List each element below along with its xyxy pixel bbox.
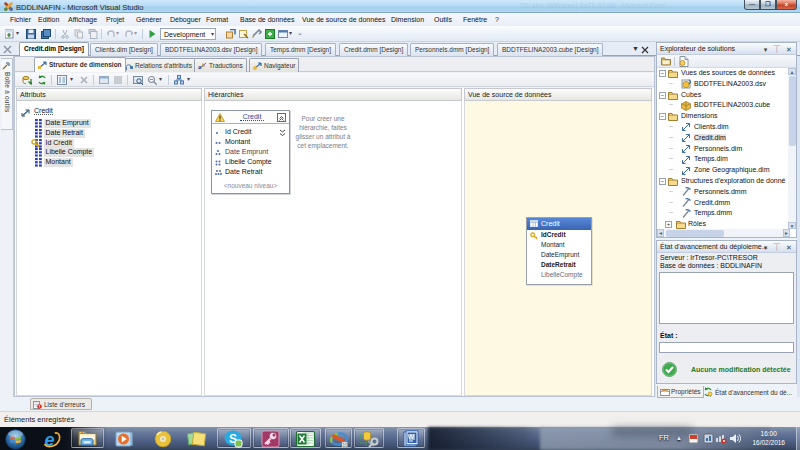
svg-text:10: 10 [343, 443, 349, 448]
svg-text:b: b [202, 62, 205, 68]
